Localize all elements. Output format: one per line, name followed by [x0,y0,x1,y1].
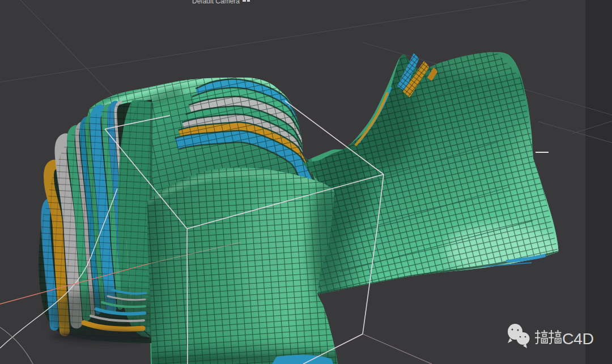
svg-text:Default Camera: Default Camera [192,0,240,5]
svg-text:C4D: C4D [562,329,594,348]
